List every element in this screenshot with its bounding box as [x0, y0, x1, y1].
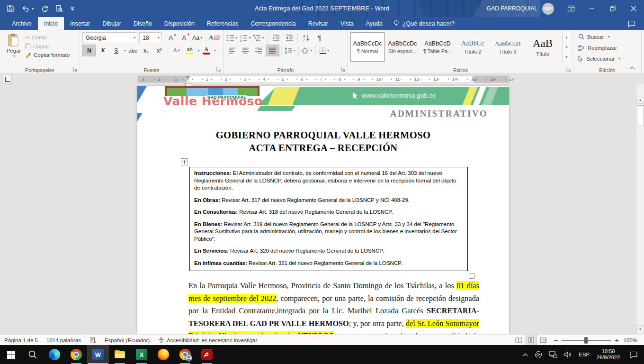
style--table-pa-[interactable]: AaBbCcD¶ Table Pa...: [420, 32, 455, 62]
taskbar-app-chrome[interactable]: [65, 345, 87, 364]
volume-icon[interactable]: [561, 345, 575, 364]
bold-button[interactable]: N: [82, 45, 96, 56]
taskbar-app-acrobat[interactable]: [196, 345, 218, 364]
meet-now-icon[interactable]: [531, 345, 546, 364]
style-t-tulo-3[interactable]: AaBbCcDTítulo 3: [491, 32, 525, 62]
account-avatar[interactable]: GP: [542, 3, 554, 15]
superscript-button[interactable]: x²: [153, 45, 166, 56]
styles-scroll-down[interactable]: ▼: [562, 42, 571, 52]
tab-dibujar[interactable]: Dibujar: [96, 17, 127, 30]
language-indicator[interactable]: Español (Ecuador): [100, 335, 154, 346]
zoom-in-button[interactable]: +: [615, 337, 618, 344]
paste-dropdown[interactable]: ▾: [13, 54, 15, 58]
feedback-icon[interactable]: [628, 17, 635, 30]
style-t-tulo[interactable]: AaBTítulo: [526, 32, 560, 62]
taskbar-app-firefox[interactable]: [152, 345, 174, 364]
body-paragraph[interactable]: En la Parroquia Valle Hermoso, Provincia…: [188, 280, 479, 334]
paragraph-dialog-launcher[interactable]: [340, 66, 346, 72]
minimize-button[interactable]: [581, 0, 602, 17]
clipboard-dialog-launcher[interactable]: [72, 66, 78, 72]
grow-font-button[interactable]: A▲: [164, 32, 177, 43]
customize-qat-button[interactable]: [70, 6, 75, 11]
read-mode-button[interactable]: [512, 335, 525, 346]
tab-correspondencia[interactable]: Correspondencia: [244, 17, 302, 30]
taskbar-app-chrome-profile[interactable]: [174, 345, 196, 364]
page-indicator[interactable]: Página 1 de 5: [0, 335, 42, 346]
scroll-up-arrow[interactable]: ▲: [636, 96, 644, 104]
highlight-dropdown[interactable]: ▾: [197, 48, 199, 53]
text-effects-button[interactable]: A▾: [170, 45, 183, 56]
style-sin-espaci-[interactable]: AaBbCcDcSin espaci...: [385, 32, 420, 62]
font-color-dropdown[interactable]: ▾: [214, 48, 216, 53]
left-indent-marker[interactable]: [185, 83, 191, 86]
action-center-button[interactable]: [624, 345, 644, 364]
tab-archivo[interactable]: Archivo: [6, 17, 38, 30]
bullets-button[interactable]: ▾: [226, 32, 239, 43]
style-t-tulo-2[interactable]: AaBbCcTítulo 2: [456, 32, 490, 62]
start-button[interactable]: [0, 345, 22, 364]
subscript-button[interactable]: x₂: [140, 45, 152, 56]
restore-button[interactable]: [602, 0, 623, 17]
ribbon-display-options-button[interactable]: [561, 0, 581, 17]
increase-indent-button[interactable]: [283, 32, 295, 43]
justify-button[interactable]: [266, 45, 279, 56]
taskbar-app-explorer[interactable]: [109, 345, 131, 364]
accessibility-status[interactable]: Accesibilidad: es necesario investigar: [154, 335, 261, 346]
instructions-box[interactable]: Instrucciones: El Administrador del cont…: [189, 167, 468, 271]
strikethrough-button[interactable]: abc: [126, 45, 139, 56]
copy-button[interactable]: Copiar: [25, 43, 70, 49]
tray-expand-button[interactable]: [519, 345, 531, 364]
shading-button[interactable]: ▾: [301, 45, 313, 56]
proofing-status[interactable]: [85, 335, 100, 346]
account-name[interactable]: GAD PARROQUIAL: [487, 5, 537, 12]
font-dialog-launcher[interactable]: [216, 66, 222, 72]
redo-button[interactable]: [41, 5, 48, 12]
show-paragraph-marks-button[interactable]: ¶: [313, 32, 326, 43]
taskbar-app-edge[interactable]: [44, 345, 65, 364]
tab-ayuda[interactable]: Ayuda: [360, 17, 389, 30]
align-center-button[interactable]: [239, 45, 252, 56]
styles-more-button[interactable]: ▼: [562, 52, 571, 62]
scrollbar-thumb[interactable]: [637, 105, 644, 126]
tab-insertar[interactable]: Insertar: [64, 17, 96, 30]
ruler[interactable]: 3211234567891011121314151617: [137, 75, 509, 83]
find-button[interactable]: Buscar▾: [578, 31, 639, 42]
print-preview-button[interactable]: [55, 5, 63, 12]
tab-revisar[interactable]: Revisar: [302, 17, 334, 30]
network-icon[interactable]: [546, 345, 561, 364]
underline-dropdown[interactable]: ▾: [124, 48, 126, 53]
line-spacing-button[interactable]: ▾: [284, 45, 296, 56]
underline-button[interactable]: S: [110, 45, 123, 56]
clear-formatting-button[interactable]: A: [208, 32, 221, 43]
decrease-indent-button[interactable]: [269, 32, 282, 43]
clock[interactable]: 10:50 26/9/2022: [593, 348, 624, 361]
zoom-slider-thumb[interactable]: [584, 337, 588, 344]
format-painter-button[interactable]: Copiar formato: [25, 52, 70, 58]
collapse-ribbon-button[interactable]: [627, 64, 637, 72]
zoom-slider[interactable]: [562, 340, 611, 341]
highlight-color-button[interactable]: ab: [183, 45, 196, 56]
web-layout-button[interactable]: [537, 335, 549, 346]
first-line-indent-marker[interactable]: [186, 76, 190, 79]
font-size-combo[interactable]: 18▾: [139, 32, 161, 43]
table-move-handle[interactable]: [181, 158, 188, 165]
font-family-combo[interactable]: Georgia▾: [82, 32, 137, 43]
language-switcher[interactable]: ESP: [575, 345, 593, 364]
shrink-font-button[interactable]: A▼: [178, 32, 190, 43]
vertical-scrollbar[interactable]: ▲ ▼: [636, 84, 644, 334]
scroll-down-arrow[interactable]: ▼: [636, 325, 644, 333]
table-resize-handle[interactable]: [469, 273, 474, 279]
style--normal[interactable]: AaBbCcDc¶ Normal: [350, 32, 385, 62]
cut-button[interactable]: ✂Cortar: [25, 34, 70, 41]
zoom-out-button[interactable]: −: [554, 337, 558, 344]
numbering-button[interactable]: 123▾: [239, 32, 252, 43]
tab-stop-selector[interactable]: [3, 75, 12, 84]
align-left-button[interactable]: [226, 45, 239, 56]
align-right-button[interactable]: [252, 45, 265, 56]
close-button[interactable]: [623, 0, 644, 17]
italic-button[interactable]: K: [97, 45, 109, 56]
taskbar-app-excel[interactable]: X: [131, 345, 152, 364]
undo-button[interactable]: ▾: [21, 5, 34, 12]
styles-scroll-up[interactable]: ▲: [562, 32, 571, 42]
sort-button[interactable]: AZ: [300, 32, 313, 43]
